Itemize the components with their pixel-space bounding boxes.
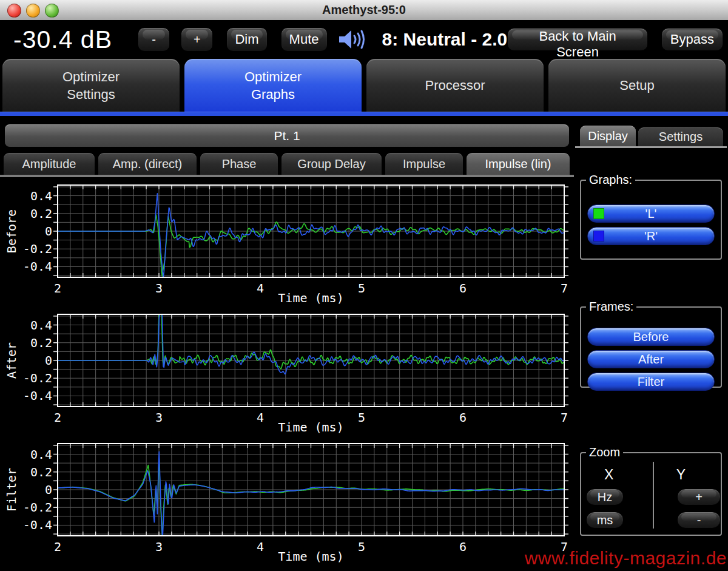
frame-after-button[interactable]: After (587, 350, 715, 368)
back-to-main-button[interactable]: Back to Main Screen (507, 28, 648, 51)
left-channel-swatch (593, 208, 604, 219)
zoom-divider (653, 462, 654, 529)
svg-text:0.4: 0.4 (30, 318, 52, 333)
zoom-y-minus-button[interactable]: - (677, 512, 721, 529)
sidebar-tab-settings[interactable]: Settings (638, 127, 723, 146)
tab-optimizer-graphs[interactable]: Optimizer Graphs (184, 59, 362, 112)
zoom-x-hz-button[interactable]: Hz (586, 488, 624, 505)
svg-text:-0.2: -0.2 (23, 500, 52, 515)
svg-text:4: 4 (257, 539, 264, 554)
svg-text:0.4: 0.4 (30, 447, 52, 462)
subtab-amp-direct[interactable]: Amp. (direct) (98, 153, 197, 175)
svg-text:-0.2: -0.2 (23, 371, 52, 385)
zoom-x-label: X (604, 467, 613, 483)
window-title: Amethyst-95:0 (0, 0, 728, 19)
frame-filter-button[interactable]: Filter (587, 373, 715, 391)
sidebar-tab-underline (575, 146, 727, 148)
svg-text:5: 5 (358, 281, 365, 296)
tab-setup[interactable]: Setup (548, 59, 726, 112)
graphs-group: Graphs: 'L' 'R' (580, 180, 722, 260)
svg-text:0: 0 (45, 224, 52, 238)
measurement-point-header[interactable]: Pt. 1 (5, 124, 569, 147)
subtab-impulse-lin[interactable]: Impulse (lin) (467, 153, 570, 175)
svg-text:0: 0 (45, 482, 52, 497)
svg-text:Time (ms): Time (ms) (278, 291, 343, 305)
channel-right-label: 'R' (644, 229, 658, 243)
zoom-group-label: Zoom (586, 445, 623, 459)
zoom-x-ms-button[interactable]: ms (586, 512, 624, 529)
svg-text:0.2: 0.2 (30, 336, 52, 350)
svg-text:6: 6 (459, 281, 467, 296)
subtab-amplitude[interactable]: Amplitude (4, 153, 95, 175)
svg-text:4: 4 (257, 410, 264, 425)
window-titlebar: Amethyst-95:0 (0, 0, 728, 21)
graphs-panel: Pt. 1 Amplitude Amp. (direct) Phase Grou… (0, 116, 575, 571)
svg-text:-0.2: -0.2 (23, 242, 52, 256)
channel-right-button[interactable]: 'R' (587, 227, 715, 245)
frames-group-label: Frames: (586, 300, 636, 314)
toolbar: -30.4 dB - + Dim Mute 8: Neutral - 2.0 B… (0, 20, 728, 59)
svg-text:5: 5 (358, 539, 365, 554)
svg-text:After: After (4, 342, 19, 379)
svg-text:-0.4: -0.4 (23, 388, 52, 403)
subtab-impulse[interactable]: Impulse (385, 153, 463, 175)
volume-down-button[interactable]: - (138, 27, 170, 52)
graph-filter: Filter0.40.20-0.2-0.4234567Time (ms) (0, 436, 575, 565)
svg-text:4: 4 (257, 281, 264, 296)
main-tab-bar: Optimizer Settings Optimizer Graphs Proc… (0, 59, 728, 112)
svg-text:0.4: 0.4 (30, 189, 52, 203)
svg-text:7: 7 (561, 410, 568, 425)
subtab-phase[interactable]: Phase (200, 153, 278, 175)
svg-text:5: 5 (358, 410, 365, 425)
svg-text:Filter: Filter (4, 468, 19, 512)
subtab-group-delay[interactable]: Group Delay (281, 153, 382, 175)
channel-left-button[interactable]: 'L' (587, 204, 715, 223)
svg-text:7: 7 (561, 281, 568, 296)
channel-left-label: 'L' (645, 207, 657, 220)
volume-level: -30.4 dB (13, 25, 127, 54)
app-window: Amethyst-95:0 -30.4 dB - + Dim Mute 8: N… (0, 0, 728, 571)
svg-text:2: 2 (54, 539, 61, 554)
mute-button[interactable]: Mute (281, 27, 328, 52)
watermark: www.fidelity-magazin.de (525, 548, 727, 569)
svg-text:2: 2 (54, 281, 61, 296)
frames-group: Frames: Before After Filter (580, 306, 722, 388)
zoom-y-plus-button[interactable]: + (677, 488, 721, 505)
tab-processor[interactable]: Processor (366, 59, 544, 112)
svg-text:Before: Before (4, 209, 19, 253)
svg-text:Time (ms): Time (ms) (278, 420, 343, 434)
charts-area: Before0.40.20-0.2-0.4234567Time (ms) Aft… (0, 177, 575, 565)
svg-text:0.2: 0.2 (30, 465, 52, 479)
svg-text:3: 3 (155, 539, 163, 554)
svg-text:-0.4: -0.4 (23, 518, 52, 532)
graph-after: After0.40.20-0.2-0.4234567Time (ms) (0, 306, 575, 436)
svg-text:2: 2 (54, 410, 61, 425)
graph-before: Before0.40.20-0.2-0.4234567Time (ms) (0, 177, 575, 306)
frame-before-button[interactable]: Before (587, 328, 715, 346)
svg-text:3: 3 (155, 281, 163, 296)
tab-optimizer-settings[interactable]: Optimizer Settings (2, 59, 180, 112)
svg-text:6: 6 (459, 539, 467, 554)
active-tab-strip (0, 112, 728, 116)
preset-label: 8: Neutral - 2.0 (382, 29, 508, 50)
svg-text:0.2: 0.2 (30, 206, 52, 221)
bypass-button[interactable]: Bypass (661, 28, 723, 51)
graph-type-tab-bar: Amplitude Amp. (direct) Phase Group Dela… (4, 153, 570, 175)
graphs-group-label: Graphs: (586, 173, 635, 187)
svg-text:6: 6 (459, 410, 467, 425)
volume-up-button[interactable]: + (181, 27, 213, 52)
svg-text:0: 0 (45, 353, 52, 368)
sidebar-tab-bar: Display Settings (575, 124, 728, 146)
dim-button[interactable]: Dim (226, 27, 267, 52)
svg-text:3: 3 (155, 410, 163, 425)
sidebar-tab-display[interactable]: Display (580, 126, 636, 146)
zoom-y-label: Y (676, 467, 686, 483)
sidebar: Display Settings Graphs: 'L' 'R' Frames:… (575, 116, 728, 571)
right-channel-swatch (593, 231, 604, 242)
svg-text:-0.4: -0.4 (23, 259, 52, 274)
svg-text:Time (ms): Time (ms) (278, 549, 343, 564)
speaker-icon (337, 29, 369, 50)
zoom-group: Zoom X Y Hz ms + - (580, 452, 722, 536)
